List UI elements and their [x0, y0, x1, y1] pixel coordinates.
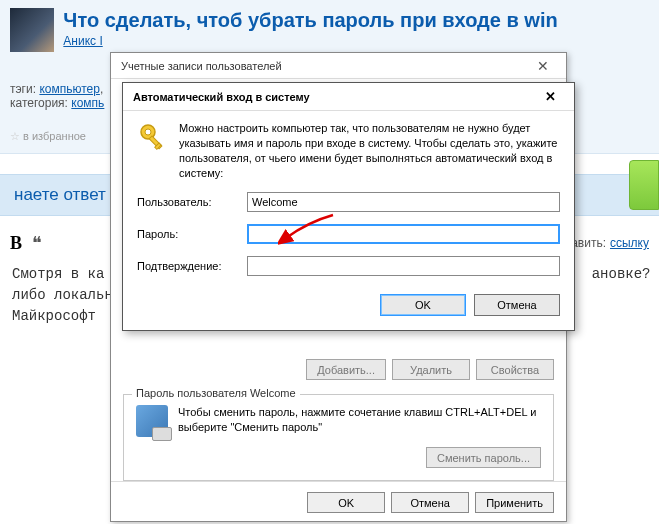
- avatar: [10, 8, 54, 52]
- tags-label: тэги:: [10, 82, 36, 96]
- outer-title: Учетные записи пользователей: [121, 60, 526, 72]
- inner-titlebar[interactable]: Автоматический вход в систему ✕: [123, 83, 574, 111]
- group-title: Пароль пользователя Welcome: [132, 387, 300, 399]
- confirm-field[interactable]: [247, 256, 560, 276]
- inner-ok-button[interactable]: OK: [380, 294, 466, 316]
- change-password-button[interactable]: Сменить пароль...: [426, 447, 541, 468]
- side-button[interactable]: [629, 160, 659, 210]
- user-field[interactable]: [247, 192, 560, 212]
- inner-description: Можно настроить компьютер так, что польз…: [179, 121, 560, 180]
- user-list-buttons: Добавить... Удалить Свойства: [123, 359, 554, 380]
- user-label: Пользователь:: [137, 196, 247, 208]
- password-groupbox: Пароль пользователя Welcome Чтобы сменит…: [123, 394, 554, 481]
- remove-user-button[interactable]: Удалить: [392, 359, 470, 380]
- outer-apply-button[interactable]: Применить: [475, 492, 554, 513]
- inner-close-icon[interactable]: ✕: [530, 86, 570, 108]
- author-link[interactable]: Аникс I: [63, 34, 102, 48]
- svg-point-1: [145, 129, 151, 135]
- properties-button[interactable]: Свойства: [476, 359, 554, 380]
- outer-titlebar[interactable]: Учетные записи пользователей ✕: [111, 53, 566, 79]
- star-icon[interactable]: ☆: [10, 130, 20, 142]
- quote-button[interactable]: ❝: [32, 232, 42, 254]
- outer-footer: OK Отмена Применить: [111, 481, 566, 515]
- password-label: Пароль:: [137, 228, 247, 240]
- tag-computer[interactable]: компьютер: [39, 82, 100, 96]
- add-user-button[interactable]: Добавить...: [306, 359, 386, 380]
- password-field[interactable]: [247, 224, 560, 244]
- auto-logon-dialog: Автоматический вход в систему ✕ Можно на…: [122, 82, 575, 331]
- outer-cancel-button[interactable]: Отмена: [391, 492, 469, 513]
- category-link[interactable]: компь: [71, 96, 104, 110]
- outer-ok-button[interactable]: OK: [307, 492, 385, 513]
- favorite-label[interactable]: в избранное: [23, 130, 86, 142]
- category-label: категория:: [10, 96, 68, 110]
- inner-cancel-button[interactable]: Отмена: [474, 294, 560, 316]
- group-text: Чтобы сменить пароль, нажмите сочетание …: [178, 405, 541, 435]
- bold-button[interactable]: B: [10, 233, 22, 254]
- keyboard-user-icon: [136, 405, 168, 437]
- confirm-label: Подтверждение:: [137, 260, 247, 272]
- close-icon[interactable]: ✕: [526, 56, 560, 76]
- add-link[interactable]: ссылку: [610, 236, 649, 250]
- inner-title: Автоматический вход в систему: [133, 91, 530, 103]
- question-title: Что сделать, чтоб убрать пароль при вход…: [63, 8, 557, 32]
- key-icon: [137, 121, 169, 153]
